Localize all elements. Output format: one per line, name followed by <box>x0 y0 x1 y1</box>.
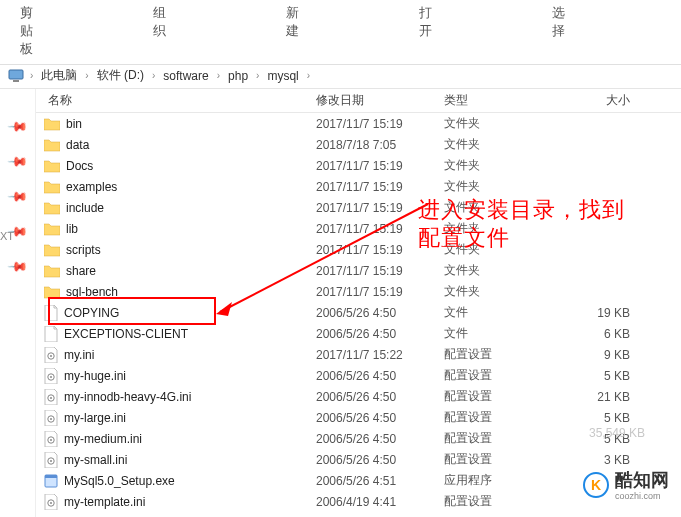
folder-icon <box>44 243 60 256</box>
table-row[interactable]: my.ini2017/11/7 15:22配置设置9 KB <box>36 344 681 365</box>
file-type: 文件夹 <box>444 136 564 153</box>
file-type: 文件夹 <box>444 199 564 216</box>
file-date: 2006/4/19 4:41 <box>316 495 444 509</box>
col-name-header[interactable]: 名称 <box>44 92 316 109</box>
folder-icon <box>44 285 60 298</box>
table-row[interactable]: lib2017/11/7 15:19文件夹 <box>36 218 681 239</box>
watermark-subtext: coozhi.com <box>615 492 669 501</box>
col-type-header[interactable]: 类型 <box>444 92 564 109</box>
file-date: 2006/5/26 4:50 <box>316 306 444 320</box>
table-row[interactable]: Docs2017/11/7 15:19文件夹 <box>36 155 681 176</box>
ini-icon <box>44 368 58 384</box>
file-type: 配置设置 <box>444 346 564 363</box>
file-name: scripts <box>66 243 101 257</box>
file-type: 配置设置 <box>444 451 564 468</box>
file-name: my-huge.ini <box>64 369 126 383</box>
file-type: 文件夹 <box>444 178 564 195</box>
ribbon-new[interactable]: 新建 <box>286 4 299 58</box>
file-name: lib <box>66 222 78 236</box>
file-name: data <box>66 138 89 152</box>
file-size: 5 KB <box>564 411 644 425</box>
table-row[interactable]: my-innodb-heavy-4G.ini2006/5/26 4:50配置设置… <box>36 386 681 407</box>
file-type: 文件夹 <box>444 220 564 237</box>
file-type: 配置设置 <box>444 430 564 447</box>
breadcrumb[interactable]: › 此电脑 › 软件 (D:) › software › php › mysql… <box>0 65 681 89</box>
file-date: 2017/11/7 15:19 <box>316 117 444 131</box>
file-type: 配置设置 <box>444 367 564 384</box>
file-type: 文件夹 <box>444 283 564 300</box>
folder-icon <box>44 222 60 235</box>
file-date: 2018/7/18 7:05 <box>316 138 444 152</box>
file-name: bin <box>66 117 82 131</box>
ribbon-open[interactable]: 打开 <box>419 4 432 58</box>
col-size-header[interactable]: 大小 <box>564 92 644 109</box>
breadcrumb-item[interactable]: 软件 (D:) <box>91 65 150 86</box>
watermark-logo-icon: K <box>583 472 609 498</box>
table-row[interactable]: my-huge.ini2006/5/26 4:50配置设置5 KB <box>36 365 681 386</box>
table-row[interactable]: sql-bench2017/11/7 15:19文件夹 <box>36 281 681 302</box>
table-row[interactable]: bin2017/11/7 15:19文件夹 <box>36 113 681 134</box>
ribbon-organize[interactable]: 组织 <box>153 4 166 58</box>
chevron-right-icon: › <box>83 70 90 81</box>
file-type: 文件夹 <box>444 115 564 132</box>
file-icon <box>44 326 58 342</box>
file-name: include <box>66 201 104 215</box>
file-type: 文件 <box>444 304 564 321</box>
column-headers[interactable]: 名称 修改日期 类型 大小 <box>36 89 681 113</box>
file-name: COPYING <box>64 306 119 320</box>
table-row[interactable]: EXCEPTIONS-CLIENT2006/5/26 4:50文件6 KB <box>36 323 681 344</box>
ini-icon <box>44 410 58 426</box>
file-name: my-template.ini <box>64 495 145 509</box>
file-type: 配置设置 <box>444 409 564 426</box>
file-name: my-large.ini <box>64 411 126 425</box>
quick-access-sidebar: 📌 📌 📌 📌 📌 <box>0 89 36 517</box>
pin-icon: 📌 <box>7 186 29 208</box>
folder-icon <box>44 264 60 277</box>
faded-size-text: 35,549 KB <box>589 426 645 440</box>
chevron-right-icon: › <box>150 70 157 81</box>
file-type: 应用程序 <box>444 472 564 489</box>
watermark-text: 酷知网 <box>615 470 669 490</box>
ribbon-select[interactable]: 选择 <box>552 4 565 58</box>
file-date: 2017/11/7 15:22 <box>316 348 444 362</box>
table-row[interactable]: my-medium.ini2006/5/26 4:50配置设置5 KB <box>36 428 681 449</box>
ini-icon <box>44 431 58 447</box>
table-row[interactable]: examples2017/11/7 15:19文件夹 <box>36 176 681 197</box>
table-row[interactable]: COPYING2006/5/26 4:50文件19 KB <box>36 302 681 323</box>
folder-icon <box>44 117 60 130</box>
exe-icon <box>44 473 58 489</box>
file-date: 2017/11/7 15:19 <box>316 264 444 278</box>
breadcrumb-item[interactable]: software <box>157 67 214 85</box>
ribbon-clipboard[interactable]: 剪贴板 <box>20 4 33 58</box>
file-date: 2006/5/26 4:50 <box>316 369 444 383</box>
table-row[interactable]: my-large.ini2006/5/26 4:50配置设置5 KB <box>36 407 681 428</box>
file-type: 配置设置 <box>444 388 564 405</box>
file-date: 2017/11/7 15:19 <box>316 180 444 194</box>
table-row[interactable]: scripts2017/11/7 15:19文件夹 <box>36 239 681 260</box>
file-date: 2006/5/26 4:50 <box>316 390 444 404</box>
file-type: 文件 <box>444 325 564 342</box>
table-row[interactable]: data2018/7/18 7:05文件夹 <box>36 134 681 155</box>
breadcrumb-item[interactable]: 此电脑 <box>35 65 83 86</box>
file-type: 文件夹 <box>444 157 564 174</box>
file-date: 2006/5/26 4:50 <box>316 432 444 446</box>
file-size: 3 KB <box>564 453 644 467</box>
file-date: 2017/11/7 15:19 <box>316 159 444 173</box>
file-type: 文件夹 <box>444 262 564 279</box>
breadcrumb-item[interactable]: php <box>222 67 254 85</box>
file-date: 2006/5/26 4:51 <box>316 474 444 488</box>
folder-icon <box>44 180 60 193</box>
file-size: 9 KB <box>564 348 644 362</box>
file-name: my-small.ini <box>64 453 127 467</box>
file-name: share <box>66 264 96 278</box>
file-size: 6 KB <box>564 327 644 341</box>
file-size: 19 KB <box>564 306 644 320</box>
table-row[interactable]: my-small.ini2006/5/26 4:50配置设置3 KB <box>36 449 681 470</box>
chevron-right-icon: › <box>254 70 261 81</box>
col-date-header[interactable]: 修改日期 <box>316 92 444 109</box>
file-list[interactable]: 名称 修改日期 类型 大小 bin2017/11/7 15:19文件夹data2… <box>36 89 681 517</box>
table-row[interactable]: share2017/11/7 15:19文件夹 <box>36 260 681 281</box>
table-row[interactable]: include2017/11/7 15:19文件夹 <box>36 197 681 218</box>
breadcrumb-item[interactable]: mysql <box>261 67 304 85</box>
watermark: K 酷知网 coozhi.com <box>583 468 669 501</box>
